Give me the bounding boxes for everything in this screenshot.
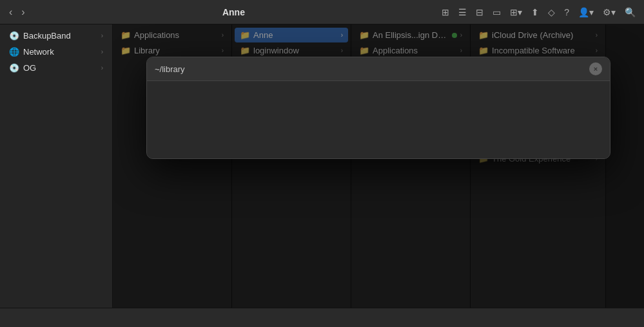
tag-button[interactable]: ◇: [545, 5, 558, 19]
share-button[interactable]: ⬆: [528, 5, 542, 19]
airdrop-button[interactable]: ⚙▾: [600, 5, 619, 19]
sidebar-item-og[interactable]: 💿 OG ›: [3, 60, 110, 75]
modal-title: ~/library: [155, 64, 584, 74]
window-title: Anne: [33, 7, 435, 17]
modal-overlay[interactable]: ~/library ×: [113, 24, 644, 308]
sidebar-item-network[interactable]: 🌐 Network ›: [3, 44, 110, 59]
modal-close-button[interactable]: ×: [589, 62, 602, 75]
nav-buttons: ‹ ›: [5, 4, 29, 21]
sidebar-arrow-network: ›: [101, 48, 103, 55]
modal-body: [147, 81, 610, 158]
statusbar: [0, 308, 644, 327]
disk-icon: 💿: [9, 30, 19, 41]
search-button[interactable]: 🔍: [621, 5, 639, 19]
sidebar-label-og: OG: [23, 63, 97, 73]
sidebar-arrow-og: ›: [101, 64, 103, 71]
modal: ~/library ×: [146, 57, 610, 159]
account-button[interactable]: 👤▾: [575, 5, 597, 19]
sidebar-label-network: Network: [23, 47, 97, 57]
main-layout: 💿 BackupBand › 🌐 Network › 💿 OG › 📁 Appl…: [0, 24, 644, 308]
view-icon-grid[interactable]: ⊞: [438, 5, 453, 19]
back-button[interactable]: ‹: [5, 4, 16, 21]
toolbar: ‹ › Anne ⊞ ☰ ⊟ ▭ ⊞▾ ⬆ ◇ ? 👤▾ ⚙▾ 🔍: [0, 0, 644, 24]
columns-area: 📁 Applications › 📁 Library › 📁 Anne › 📁 …: [113, 24, 644, 308]
network-icon: 🌐: [9, 46, 19, 57]
sidebar: 💿 BackupBand › 🌐 Network › 💿 OG ›: [0, 24, 113, 308]
sidebar-arrow-backupband: ›: [101, 32, 103, 39]
modal-header: ~/library ×: [147, 57, 610, 81]
view-icon-list[interactable]: ☰: [455, 5, 470, 19]
toolbar-actions: ⊞ ☰ ⊟ ▭ ⊞▾ ⬆ ◇ ? 👤▾ ⚙▾ 🔍: [438, 5, 639, 19]
view-icon-gallery[interactable]: ▭: [489, 5, 504, 19]
sidebar-item-backupband[interactable]: 💿 BackupBand ›: [3, 28, 110, 43]
forward-button[interactable]: ›: [17, 4, 28, 21]
help-button[interactable]: ?: [561, 5, 572, 19]
sidebar-label-backupband: BackupBand: [23, 31, 97, 41]
arrange-button[interactable]: ⊞▾: [507, 5, 525, 19]
view-icon-columns[interactable]: ⊟: [473, 5, 487, 19]
og-disk-icon: 💿: [9, 62, 19, 73]
